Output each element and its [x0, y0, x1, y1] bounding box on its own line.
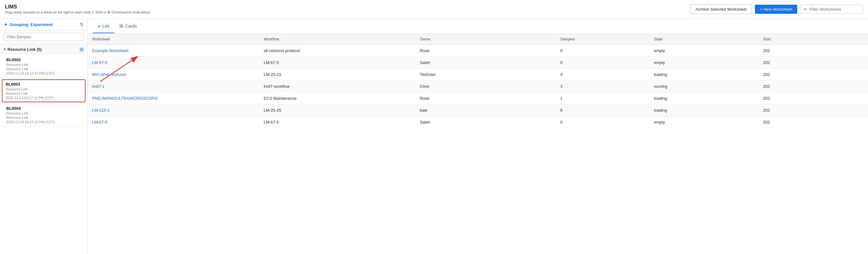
sample-meta-date: 2020-11-24 04:17:13 PM (CST): [6, 96, 82, 100]
owner-cell: Rose: [415, 92, 556, 105]
samples-cell: 0: [556, 116, 649, 128]
samples-cell: 1: [556, 92, 649, 105]
table-row[interactable]: PNEUMONOULTRAMICROSCOPIC ECS Maintenance…: [88, 92, 868, 105]
samples-cell: 0: [556, 57, 649, 69]
start-cell: 202: [759, 116, 868, 128]
worksheet-cell[interactable]: lm87-1: [88, 81, 259, 92]
start-cell: 202: [759, 57, 868, 69]
workflow-cell: ECS Maintenance: [259, 92, 415, 105]
state-cell: loading: [649, 92, 759, 105]
tab-cards[interactable]: ⊞ Cards: [114, 20, 142, 33]
grouping-text: Grouping: Experiment: [10, 22, 53, 27]
header: LIMS Drag ready samples to a sheet on th…: [0, 0, 868, 19]
col-header-owner: Owner: [415, 34, 556, 45]
sidebar-header: ▼ Grouping: Experiment ⇅: [0, 19, 87, 30]
sidebar-content: ▾ Resource Link (5) ⊞ BL0002 Resource Li…: [0, 44, 87, 254]
col-header-samples: Samples: [556, 34, 649, 45]
grouping-label[interactable]: ▼ Grouping: Experiment: [4, 22, 53, 27]
list-tab-icon: ≡: [98, 24, 100, 29]
state-cell: empty: [649, 57, 759, 69]
worksheet-cell[interactable]: LM-67-5: [88, 57, 259, 69]
workflow-cell: LM-25-25: [259, 105, 415, 116]
filter-icon: ▼: [4, 22, 8, 27]
table-row[interactable]: WG-other-testUser LM-25-15 TestUser 4 lo…: [88, 69, 868, 81]
table-header: Worksheet Workflow Owner Samples State S…: [88, 34, 868, 45]
table-row[interactable]: lm87-1 lm87 workflow Chris 3 running 202: [88, 81, 868, 92]
worksheet-cell[interactable]: LM-115-1: [88, 105, 259, 116]
workflow-cell: LM-67-5: [259, 57, 415, 69]
table-row[interactable]: LM-67-5 LM-67-5 Saleh 0 empty 202: [88, 116, 868, 128]
col-header-worksheet: Worksheet: [88, 34, 259, 45]
group-name: Resource Link (5): [7, 47, 42, 52]
sample-meta-line2: Resource Link: [6, 91, 82, 95]
owner-cell: Rose: [415, 45, 556, 57]
add-column-icon[interactable]: ⊞: [80, 47, 84, 52]
table-row[interactable]: Example Worksheet all columns protocol R…: [88, 45, 868, 57]
owner-cell: Chris: [415, 81, 556, 92]
header-actions: Archive Selected Worksheet + New Workshe…: [690, 4, 863, 14]
group-title: ▾ Resource Link (5): [4, 47, 42, 52]
start-cell: 202: [759, 81, 868, 92]
tab-cards-label: Cards: [125, 24, 137, 29]
owner-cell: kate: [415, 105, 556, 116]
owner-cell: Saleh: [415, 57, 556, 69]
app-subtitle: Drag ready samples to a sheet on the rig…: [5, 10, 690, 15]
sample-id: BL0004: [6, 106, 84, 111]
samples-cell: 3: [556, 81, 649, 92]
worksheet-table: Worksheet Workflow Owner Samples State S…: [88, 34, 868, 128]
start-cell: 202: [759, 105, 868, 116]
table-wrap: Worksheet Workflow Owner Samples State S…: [88, 34, 868, 254]
sample-item-selected[interactable]: BL0003 Resource Link Resource Link 2020-…: [2, 79, 86, 102]
state-cell: empty: [649, 45, 759, 57]
worksheet-cell[interactable]: LM-67-5: [88, 116, 259, 128]
sample-id: BL0002: [6, 57, 84, 62]
worksheet-cell[interactable]: PNEUMONOULTRAMICROSCOPIC: [88, 92, 259, 105]
state-cell: loading: [649, 105, 759, 116]
start-cell: 202: [759, 69, 868, 81]
sidebar-filter-wrap: [0, 30, 87, 44]
sample-item[interactable]: BL0004 Resource Link Resource Link 2020-…: [0, 104, 87, 127]
main-layout: ▼ Grouping: Experiment ⇅ ▾ Resource Link…: [0, 19, 868, 254]
app-title: LIMS: [5, 4, 690, 10]
table-body: Example Worksheet all columns protocol R…: [88, 45, 868, 128]
group-expand-icon[interactable]: ▾: [4, 47, 6, 51]
workflow-cell: all columns protocol: [259, 45, 415, 57]
tab-list-label: List: [102, 24, 109, 29]
sidebar-filter-input[interactable]: [4, 33, 84, 41]
new-worksheet-button[interactable]: + New Worksheet: [755, 5, 797, 14]
sidebar: ▼ Grouping: Experiment ⇅ ▾ Resource Link…: [0, 19, 88, 254]
col-header-start: Start: [759, 34, 868, 45]
sort-icon[interactable]: ⇅: [80, 22, 84, 27]
table-row[interactable]: LM-115-1 LM-25-25 kate 6 loading 202: [88, 105, 868, 116]
sample-meta-date: 2020-11-24 04:17:13 PM (CST): [6, 72, 84, 75]
workflow-cell: LM-67-5: [259, 116, 415, 128]
tab-list[interactable]: ≡ List: [93, 20, 114, 33]
content-wrapper: ≡ List ⊞ Cards Worksheet Workflow Owner: [88, 19, 868, 254]
samples-cell: 0: [556, 45, 649, 57]
workflow-cell: LM-25-15: [259, 69, 415, 81]
sample-meta-line1: Resource Link: [6, 111, 84, 115]
col-header-state: State: [649, 34, 759, 45]
worksheet-cell[interactable]: Example Worksheet: [88, 45, 259, 57]
content: ≡ List ⊞ Cards Worksheet Workflow Owner: [88, 19, 868, 254]
state-cell: empty: [649, 116, 759, 128]
sample-item[interactable]: BL0002 Resource Link Resource Link 2020-…: [0, 55, 87, 78]
state-cell: loading: [649, 69, 759, 81]
state-cell: running: [649, 81, 759, 92]
sample-meta-line1: Resource Link: [6, 87, 82, 91]
worksheet-cell[interactable]: WG-other-testUser: [88, 69, 259, 81]
header-left: LIMS Drag ready samples to a sheet on th…: [5, 4, 690, 15]
filter-worksheets-input[interactable]: [800, 5, 863, 14]
owner-cell: TestUser: [415, 69, 556, 81]
start-cell: 202: [759, 92, 868, 105]
filter-worksheets-wrap: ▼: [800, 5, 863, 14]
group-header: ▾ Resource Link (5) ⊞: [0, 44, 87, 55]
owner-cell: Saleh: [415, 116, 556, 128]
workflow-cell: lm87 workflow: [259, 81, 415, 92]
archive-worksheet-button[interactable]: Archive Selected Worksheet: [690, 4, 752, 14]
table-row[interactable]: LM-67-5 LM-67-5 Saleh 0 empty 202: [88, 57, 868, 69]
tab-bar: ≡ List ⊞ Cards: [88, 19, 868, 34]
sample-meta-date: 2020-11-24 04:17:13 PM (CST): [6, 120, 84, 124]
samples-cell: 6: [556, 105, 649, 116]
filter-icon: ▼: [803, 7, 807, 12]
